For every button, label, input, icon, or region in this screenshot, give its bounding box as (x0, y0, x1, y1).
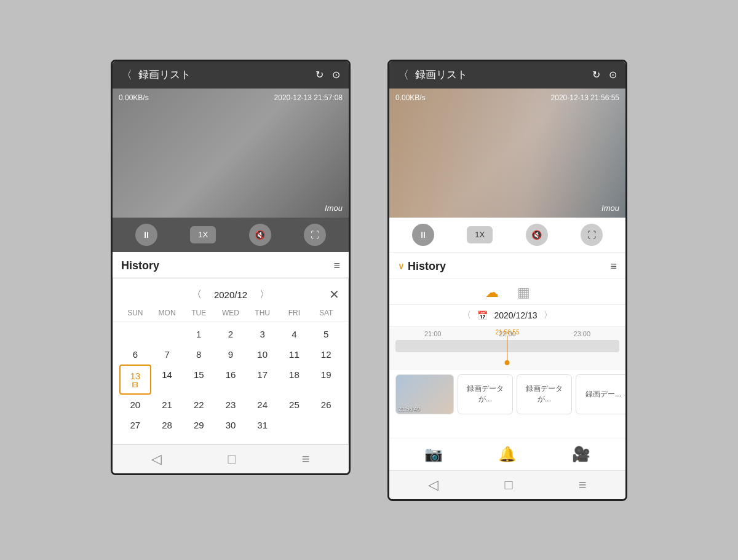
cal-cell-7[interactable]: 7 (151, 344, 183, 365)
right-controls-bar: ⏸ 1X 🔇 ⛶ (389, 218, 625, 253)
right-thumb-label-3[interactable]: 録画デー... (576, 374, 625, 414)
cal-cell-20[interactable]: 20 (119, 395, 151, 415)
right-fullscreen-button[interactable]: ⛶ (581, 224, 603, 246)
right-timeline-bar[interactable]: 21:56:55 (395, 340, 619, 352)
left-settings-icon[interactable]: ⊙ (332, 69, 340, 81)
cal-cell-empty-1 (119, 324, 151, 344)
cal-cell-18[interactable]: 18 (279, 365, 311, 395)
left-mute-button[interactable]: 🔇 (249, 224, 271, 246)
right-video-speed: 0.00KB/s (395, 93, 426, 102)
right-fullscreen-icon: ⛶ (587, 230, 596, 240)
right-history-menu-icon[interactable]: ≡ (610, 260, 617, 273)
cal-cell-15[interactable]: 15 (183, 365, 215, 395)
cal-cell-28[interactable]: 28 (151, 415, 183, 435)
cal-cell-3[interactable]: 3 (247, 324, 279, 344)
left-history-title-area: History (121, 259, 159, 272)
right-timeline-label-3: 23:00 (574, 330, 591, 337)
right-phone: 〈 録画リスト ↻ ⊙ 0.00KB/s 2020-12-13 21:56:55… (387, 60, 627, 501)
right-date-next-arrow[interactable]: 〉 (544, 310, 552, 321)
right-thumb-label-2[interactable]: 録画データが... (517, 374, 572, 414)
left-cal-weekdays: SUN MON TUE WED THU FRI SAT (113, 305, 348, 321)
cal-cell-12[interactable]: 12 (310, 344, 342, 365)
left-cal-month: 2020/12 (214, 290, 247, 300)
cal-cell-22[interactable]: 22 (183, 395, 215, 415)
left-cal-grid: 1 2 3 4 5 6 7 8 9 10 11 12 13 🎞 14 15 (113, 321, 348, 438)
left-history-header: History ≡ (113, 252, 349, 278)
cal-cell-4[interactable]: 4 (279, 324, 311, 344)
cal-cell-17[interactable]: 17 (247, 365, 279, 395)
cal-cell-25[interactable]: 25 (279, 395, 311, 415)
right-nav-back-icon[interactable]: ◁ (428, 477, 438, 493)
left-pause-button[interactable]: ⏸ (135, 224, 157, 246)
cal-cell-29[interactable]: 29 (183, 415, 215, 435)
cal-cell-21[interactable]: 21 (151, 395, 183, 415)
right-mute-button[interactable]: 🔇 (526, 224, 548, 246)
right-history-chevron[interactable]: ∨ (398, 261, 404, 271)
right-pause-button[interactable]: ⏸ (412, 224, 434, 246)
right-thumb-label-1[interactable]: 録画データが... (458, 374, 513, 414)
cal-cell-16[interactable]: 16 (215, 365, 247, 395)
left-pause-icon: ⏸ (142, 230, 151, 240)
left-bottom-nav: ◁ □ ≡ (113, 444, 349, 473)
right-refresh-icon[interactable]: ↻ (592, 69, 600, 81)
left-history-menu-icon[interactable]: ≡ (333, 259, 340, 272)
cal-cell-26[interactable]: 26 (310, 395, 342, 415)
right-timeline-area: 21:00 22:00 23:00 21:56:55 (389, 326, 625, 369)
left-video-watermark: Imou (325, 203, 343, 213)
right-back-button[interactable]: 〈 (398, 68, 409, 82)
cal-cell-8[interactable]: 8 (183, 344, 215, 365)
right-cloud-icon: ☁ (485, 285, 499, 301)
right-date-prev-arrow[interactable]: 〈 (462, 310, 471, 321)
right-date-text: 2020/12/13 (494, 310, 537, 320)
right-video-button[interactable]: 🎥 (572, 446, 590, 463)
left-cal-weekday-fri: FRI (279, 309, 311, 317)
left-cal-next-arrow[interactable]: 〉 (260, 288, 269, 301)
cal-cell-30[interactable]: 30 (215, 415, 247, 435)
right-bell-button[interactable]: 🔔 (498, 446, 517, 463)
cal-cell-14[interactable]: 14 (151, 365, 183, 395)
right-bottom-nav: ◁ □ ≡ (389, 470, 625, 499)
cal-cell-6[interactable]: 6 (119, 344, 151, 365)
cal-cell-empty-4 (310, 415, 342, 435)
cal-cell-5[interactable]: 5 (310, 324, 342, 344)
right-thumb-item-0[interactable]: 21:56:49 (395, 374, 454, 414)
left-nav-home-icon[interactable]: □ (228, 451, 236, 467)
right-storage-tabs: ☁ ▦ (389, 278, 625, 305)
left-fullscreen-button[interactable]: ⛶ (304, 224, 326, 246)
left-header-title: 録画リスト (138, 68, 315, 82)
cal-cell-23[interactable]: 23 (215, 395, 247, 415)
left-back-button[interactable]: 〈 (121, 68, 132, 82)
right-video-watermark: Imou (601, 203, 619, 213)
right-camera-button[interactable]: 📷 (424, 446, 443, 463)
right-cloud-tab[interactable]: ☁ (485, 285, 499, 301)
cal-cell-24[interactable]: 24 (247, 395, 279, 415)
cal-cell-19[interactable]: 19 (310, 365, 342, 395)
right-nav-menu-icon[interactable]: ≡ (579, 477, 587, 493)
left-fullscreen-icon: ⛶ (311, 230, 319, 240)
right-speed-button[interactable]: 1X (467, 226, 493, 243)
cal-cell-13-icon: 🎞 (122, 382, 149, 388)
left-speed-label: 1X (198, 230, 208, 239)
left-refresh-icon[interactable]: ↻ (315, 69, 323, 81)
left-speed-button[interactable]: 1X (190, 226, 216, 243)
cal-cell-27[interactable]: 27 (119, 415, 151, 435)
right-settings-icon[interactable]: ⊙ (609, 69, 617, 81)
left-video-area: 0.00KB/s 2020-12-13 21:57:08 Imou (113, 89, 349, 218)
right-nav-home-icon[interactable]: □ (504, 477, 512, 493)
cal-cell-11[interactable]: 11 (279, 344, 311, 365)
cal-cell-31[interactable]: 31 (247, 415, 279, 435)
cal-cell-2[interactable]: 2 (215, 324, 247, 344)
left-nav-menu-icon[interactable]: ≡ (302, 451, 310, 467)
cal-cell-13[interactable]: 13 🎞 (119, 365, 151, 395)
left-video-speed: 0.00KB/s (119, 93, 149, 102)
cal-cell-1[interactable]: 1 (183, 324, 215, 344)
left-cal-close-button[interactable]: ✕ (329, 287, 339, 302)
left-nav-back-icon[interactable]: ◁ (151, 451, 162, 467)
right-video-area: 0.00KB/s 2020-12-13 21:56:55 Imou (389, 89, 625, 218)
cal-cell-10[interactable]: 10 (247, 344, 279, 365)
cal-cell-9[interactable]: 9 (215, 344, 247, 365)
right-sd-tab[interactable]: ▦ (517, 285, 530, 301)
right-timeline-marker-line (507, 336, 508, 360)
left-cal-prev-arrow[interactable]: 〈 (192, 288, 202, 301)
right-date-cal-icon[interactable]: 📅 (477, 310, 488, 320)
